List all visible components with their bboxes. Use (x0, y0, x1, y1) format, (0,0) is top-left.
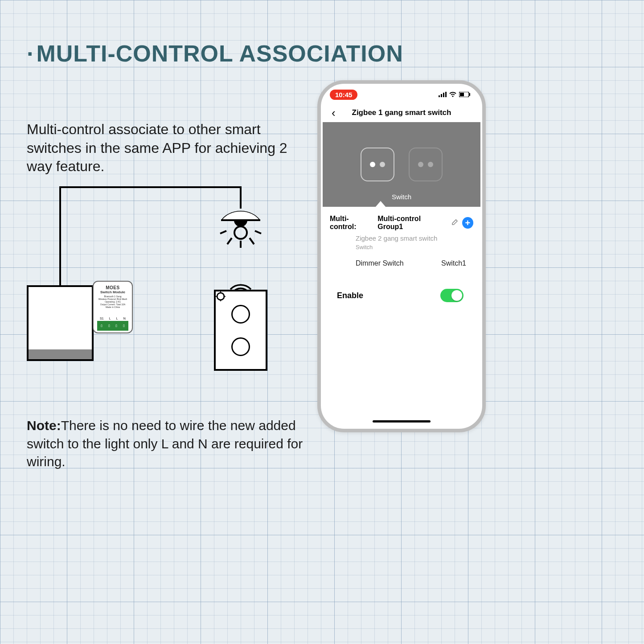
wall-switch-icon (27, 285, 94, 361)
home-indicator[interactable] (373, 420, 431, 422)
phone-side-button (482, 231, 485, 271)
dot-icon (418, 162, 423, 167)
app-navbar: ‹ Zigbee 1 gang smart switch (323, 103, 480, 122)
module-brand: MOES (96, 285, 129, 290)
hero-label: Switch (323, 193, 480, 201)
svg-line-5 (220, 231, 226, 234)
enable-label: Enable (337, 291, 363, 300)
mc-group-name: Multi-control Group1 (377, 215, 446, 231)
status-bar: 10:45 (323, 86, 480, 103)
switch-module: MOES Switch Module Bluetooth 1 Gang Wire… (93, 281, 133, 333)
svg-point-1 (234, 226, 247, 239)
list-item-sub: Switch (330, 243, 473, 251)
svg-line-3 (227, 238, 232, 244)
wiring-diagram: MOES Switch Module Bluetooth 1 Gang Wire… (27, 178, 303, 401)
dot-icon (370, 162, 375, 167)
edit-icon[interactable] (451, 218, 459, 227)
page-title: Zigbee 1 gang smart switch (323, 108, 480, 117)
phone-mockup: 10:45 ‹ Zigbee 1 gang smart switch (317, 80, 486, 432)
pointer-icon (375, 201, 386, 207)
svg-rect-19 (441, 94, 442, 97)
svg-point-22 (452, 95, 453, 97)
terminal-labels: S1 L L N (97, 317, 128, 320)
description-text: Multi-control associate to other smart s… (27, 120, 312, 176)
svg-rect-21 (445, 92, 447, 97)
svg-point-13 (217, 293, 224, 300)
device-channel: Switch1 (441, 259, 466, 267)
phone-side-button (318, 217, 321, 246)
svg-line-4 (250, 238, 254, 244)
dot-icon (428, 162, 433, 167)
mc-prefix: Multi-control: (330, 215, 374, 231)
page-heading: MULTI-CONTROL ASSOCIATION (27, 40, 403, 67)
status-time: 10:45 (330, 90, 357, 100)
list-item[interactable]: Dimmer Switch Switch1 (330, 251, 473, 271)
svg-rect-18 (439, 95, 440, 97)
list-item[interactable]: Zigbee 2 gang smart switch (330, 231, 473, 243)
battery-icon (459, 91, 471, 98)
module-model: Switch Module (96, 290, 129, 294)
svg-rect-20 (443, 93, 444, 97)
touch-switch-icon (214, 290, 267, 371)
wifi-status-icon (449, 91, 456, 98)
touch-button-1 (231, 305, 250, 324)
switch-tile[interactable] (409, 148, 443, 181)
add-button[interactable]: + (462, 217, 473, 229)
device-name: Dimmer Switch (356, 259, 404, 267)
svg-line-6 (255, 231, 261, 234)
phone-side-button (318, 253, 321, 282)
dot-icon (380, 162, 385, 167)
signal-icon (439, 91, 447, 98)
module-specs: Bluetooth 1 Gang Wireless Protocol: BLE … (96, 295, 129, 308)
svg-rect-24 (460, 93, 464, 96)
multicontrol-section: Multi-control:Multi-control Group1 + Zig… (323, 207, 480, 305)
svg-rect-25 (469, 93, 470, 96)
note-text: Note:There is no need to wire the new ad… (27, 417, 312, 471)
switch-tile-selected[interactable] (361, 148, 394, 181)
touch-button-2 (231, 337, 250, 356)
enable-toggle[interactable] (440, 289, 464, 302)
device-hero: Switch (323, 122, 480, 207)
terminal-block: ▯▯▯▯ (97, 321, 128, 331)
note-label: Note: (27, 418, 61, 433)
